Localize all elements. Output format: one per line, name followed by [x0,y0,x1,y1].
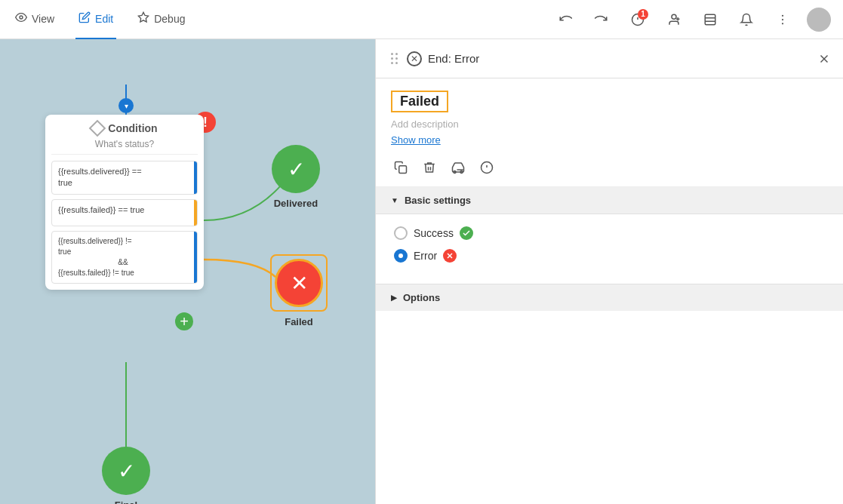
copy-tool-button[interactable] [391,158,411,177]
tab-view-label: View [32,13,54,25]
topbar: View Edit Debug 1 [0,0,843,39]
basic-settings-header[interactable]: ▼ Basic settings [376,187,843,214]
error-radio[interactable] [394,249,408,263]
branch-2-text: {{results.failed}} == true [52,200,194,226]
svg-point-0 [20,16,23,19]
svg-point-11 [782,14,783,16]
delete-tool-button[interactable] [420,158,439,177]
topbar-tabs: View Edit Debug [12,0,188,39]
svg-rect-18 [399,166,407,174]
delivered-label: Delivered [272,198,320,209]
tab-view[interactable]: View [12,0,57,39]
chevron-right-icon: ▶ [391,293,397,302]
edit-icon [78,11,91,26]
condition-title: Condition [108,122,157,134]
more-button[interactable] [771,8,795,32]
basic-settings-label: Basic settings [405,195,471,206]
error-radio-label: Error [414,250,437,262]
condition-subtitle: What's status? [51,139,198,155]
error-radio-item[interactable]: Error [394,249,825,263]
branch-1-text: {{results.delivered}} ==true [52,161,194,194]
success-status-dot [460,226,473,240]
topbar-actions: 1 [553,8,831,32]
final-node[interactable]: ✓ Final [102,447,150,504]
tab-debug-label: Debug [154,13,185,25]
failed-circle: ✕ [275,259,323,307]
panel-title: End: Error [428,52,479,65]
branch-2-bar [194,200,197,226]
avatar[interactable] [807,8,831,32]
failed-title: Failed [391,91,448,112]
svg-rect-8 [705,14,715,25]
svg-marker-1 [139,12,149,22]
add-user-button[interactable] [662,8,686,32]
notifications-button[interactable] [734,8,758,32]
success-radio[interactable] [394,226,408,240]
document-button[interactable] [698,8,722,32]
panel-close-button[interactable] [817,52,831,66]
add-description[interactable]: Add description [376,115,843,133]
final-circle: ✓ [102,447,150,495]
diamond-icon [89,120,106,137]
delivered-circle: ✓ [272,145,320,193]
tab-edit[interactable]: Edit [75,0,116,39]
show-more-link[interactable]: Show more [376,133,843,152]
basic-settings-content: Success Error [376,214,843,284]
condition-branch-1[interactable]: {{results.delivered}} ==true [51,161,198,195]
branch-1-bar [194,161,197,194]
tab-edit-label: Edit [95,13,113,25]
end-error-icon: ✕ [407,51,422,66]
eye-icon [15,11,27,26]
redo-button[interactable] [589,8,614,32]
chevron-down-icon: ▼ [391,196,398,204]
info-tool-button[interactable] [477,158,497,177]
condition-branch-3[interactable]: {{results.delivered}} !=true&&{{results.… [51,231,198,284]
condition-branch-2[interactable]: {{results.failed}} == true [51,199,198,226]
debug-icon [137,11,149,26]
undo-button[interactable] [553,8,577,32]
branch-3-text: {{results.delivered}} !=true&&{{results.… [52,232,194,283]
branch-3-bar [194,232,197,283]
condition-node[interactable]: Condition What's status? {{results.deliv… [45,115,204,290]
panel-toolbar [376,152,843,187]
panel-header-left: ✕ End: Error [388,50,479,67]
canvas[interactable]: ▾ ! Condition What's status? {{results.d… [0,39,375,504]
main-area: ▾ ! Condition What's status? {{results.d… [0,39,843,504]
condition-header: Condition [45,115,204,139]
failed-title-row: Failed [376,78,843,115]
success-radio-item[interactable]: Success [394,226,825,240]
success-radio-label: Success [414,227,454,239]
right-panel: ✕ End: Error Failed Add description Show… [375,39,843,504]
tab-debug[interactable]: Debug [134,0,188,39]
panel-body: Failed Add description Show more [376,78,843,504]
add-branch-button[interactable]: + [175,312,193,330]
drag-handle [388,50,401,67]
error-status-dot [443,249,457,263]
top-connector: ▾ [118,98,134,113]
options-section-header[interactable]: ▶ Options [376,284,843,311]
options-label: Options [403,292,440,303]
final-label: Final [102,499,150,504]
alert-button[interactable]: 1 [626,8,650,32]
svg-point-12 [782,18,783,20]
cut-tool-button[interactable] [448,158,468,177]
alert-badge: 1 [638,9,648,20]
failed-label: Failed [270,316,328,327]
svg-point-13 [782,23,783,24]
failed-node[interactable]: ✕ Failed [270,254,328,327]
delivered-node[interactable]: ✓ Delivered [272,145,320,209]
svg-point-5 [672,14,676,19]
failed-node-wrap: ✕ [270,254,328,312]
panel-header: ✕ End: Error [376,39,843,78]
